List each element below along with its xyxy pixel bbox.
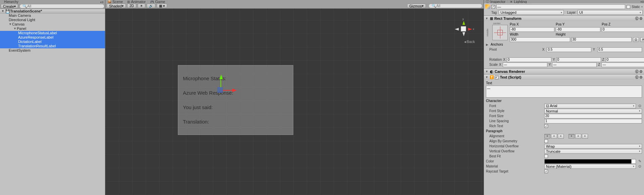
orientation-gizmo[interactable]: y x	[453, 19, 474, 39]
material-picker-icon[interactable]: ⊙	[637, 164, 642, 169]
gear-icon[interactable]: ⚙	[639, 69, 643, 74]
canvas-renderer-header[interactable]: ▼◐ Canvas Renderer 🛈⚙	[484, 69, 644, 74]
color-swatch[interactable]	[544, 159, 636, 164]
anchor-middle-label: middle	[486, 29, 489, 37]
static-checkbox[interactable]	[627, 5, 630, 9]
align-geometry-checkbox[interactable]	[544, 139, 548, 143]
posx-input[interactable]	[510, 27, 554, 32]
text-enabled-checkbox[interactable]	[495, 76, 499, 79]
posy-input[interactable]	[556, 27, 600, 32]
v-overflow-dropdown[interactable]: Truncate	[544, 149, 642, 154]
pivot-x-input[interactable]	[547, 47, 591, 52]
text-textarea[interactable]: —	[486, 86, 642, 98]
align-right-button[interactable]: ≡	[558, 134, 564, 139]
best-fit-checkbox[interactable]	[544, 154, 548, 158]
scene-panel: 📦Scene ⊞Animator 🎮Game Shaded ▾ 2D ☀ 🔊 ▦…	[105, 0, 484, 195]
scale-x-input[interactable]	[503, 62, 547, 67]
width-input[interactable]	[510, 37, 570, 42]
tree-panel[interactable]: ▼Panel	[0, 27, 105, 31]
raw-edit-button[interactable]: R	[640, 37, 644, 42]
inspector-panel: ⓘInspector ☀Lighting ▪≡ Static ▾ Tag Unt…	[484, 0, 644, 195]
align-bottom-button[interactable]: ≡	[582, 134, 588, 139]
scene-tab-bar: 📦Scene ⊞Animator 🎮Game	[105, 0, 484, 3]
font-size-input[interactable]	[544, 114, 642, 118]
tree-event-system[interactable]: EventSystem	[0, 48, 105, 53]
gizmo-y-icon[interactable]	[462, 21, 465, 25]
hierarchy-tab[interactable]: Hierarchy	[1, 0, 21, 4]
align-v-group: ≡ ≡ ≡	[568, 134, 588, 139]
tree-mic-label[interactable]: MicrophoneStatusLabel	[0, 31, 105, 35]
tree-directional-light[interactable]: Directional Light	[0, 18, 105, 22]
gear-icon[interactable]: ⚙	[639, 16, 643, 21]
fx-toggle[interactable]: ▦ ▾	[157, 4, 167, 8]
selection-handle-icon[interactable]	[217, 87, 223, 93]
help-icon[interactable]: 🛈	[635, 16, 639, 21]
h-overflow-dropdown[interactable]: Wrap	[544, 144, 642, 149]
layer-dropdown[interactable]: UI	[578, 10, 643, 15]
gizmo-neg-x-icon[interactable]	[455, 28, 459, 31]
blueprint-button[interactable]: ⊡	[633, 37, 639, 42]
gizmos-dropdown[interactable]: Gizmos ▾	[407, 4, 426, 8]
material-dropdown[interactable]: None (Material)	[544, 164, 636, 169]
shaded-dropdown[interactable]: Shaded ▾	[107, 4, 126, 8]
y-axis-arrow-icon[interactable]	[219, 75, 223, 79]
anchor-preset-button[interactable]	[492, 25, 508, 40]
inspector-header: Static ▾ Tag Untagged Layer UI	[484, 3, 644, 15]
font-dropdown[interactable]: ⊡ Arial	[544, 104, 636, 108]
tree-canvas[interactable]: ▼Canvas	[0, 22, 105, 27]
height-input[interactable]	[572, 37, 632, 42]
enabled-checkbox[interactable]	[491, 5, 495, 9]
rot-z-input[interactable]	[606, 57, 644, 62]
tag-dropdown[interactable]: Untagged	[499, 10, 564, 15]
posz-input[interactable]	[602, 27, 644, 32]
align-h-group: ≡ ≡ ≡	[544, 134, 564, 139]
scene-trans-label: Translation:	[183, 119, 288, 125]
scene-header[interactable]: ▼💾TranslationScene*	[0, 9, 105, 13]
x-axis-arrow-icon[interactable]	[232, 89, 237, 92]
scene-view[interactable]: y x Back Microphone Status: Azure Web Re…	[105, 9, 484, 195]
gizmo-cube-icon[interactable]	[461, 26, 466, 32]
eyedropper-icon[interactable]: ✎	[637, 159, 642, 164]
pivot-y-input[interactable]	[597, 47, 642, 52]
panel-menu-icon[interactable]: ▪≡	[100, 0, 104, 4]
gizmo-back-label[interactable]: Back	[464, 40, 475, 44]
align-top-button[interactable]: ≡	[568, 134, 575, 139]
line-spacing-input[interactable]	[544, 119, 642, 124]
gear-icon[interactable]: ⚙	[639, 75, 643, 80]
font-style-dropdown[interactable]: Normal	[544, 109, 642, 113]
tree-dictation-label[interactable]: DictationLabel	[0, 40, 105, 44]
help-icon[interactable]: 🛈	[635, 69, 639, 74]
2d-toggle[interactable]: 2D	[127, 4, 136, 8]
text-header[interactable]: ▼T Text (Script) 🛈⚙	[484, 75, 644, 80]
gameobject-name-input[interactable]	[496, 4, 625, 9]
rich-text-checkbox[interactable]	[544, 124, 548, 128]
gizmo-x-icon[interactable]	[468, 28, 472, 31]
rect-transform-header[interactable]: ▼⊞ Rect Transform 🛈⚙	[484, 16, 644, 21]
lighting-toggle[interactable]: ☀	[138, 4, 145, 8]
tree-azure-label[interactable]: AzureResponseLabel	[0, 35, 105, 40]
rot-x-input[interactable]	[507, 57, 551, 62]
scale-z-input[interactable]	[601, 62, 644, 67]
align-left-button[interactable]: ≡	[544, 134, 550, 139]
static-dropdown-icon[interactable]: ▾	[641, 5, 643, 8]
raycast-checkbox[interactable]	[544, 169, 548, 173]
align-center-button[interactable]: ≡	[551, 134, 557, 139]
rect-transform-icon: ⊞	[490, 16, 493, 21]
help-icon[interactable]: 🛈	[635, 75, 639, 80]
gizmo-neg-y-icon[interactable]	[462, 32, 465, 36]
scale-y-input[interactable]	[552, 62, 597, 67]
scene-canvas-panel: Microphone Status: Azure Web Response: Y…	[178, 65, 293, 135]
hierarchy-search[interactable]: 🔍All	[19, 4, 104, 8]
y-axis-line-icon[interactable]	[220, 79, 221, 87]
align-middle-button[interactable]: ≡	[575, 134, 581, 139]
gameobject-icon[interactable]	[485, 4, 490, 9]
rot-y-input[interactable]	[556, 57, 601, 62]
tree-translation-label[interactable]: TranslationResultLabel	[0, 44, 105, 48]
audio-toggle[interactable]: 🔊	[147, 4, 155, 8]
tree-main-camera[interactable]: Main Camera	[0, 13, 105, 18]
font-picker-icon[interactable]: ⊙	[637, 104, 642, 108]
x-axis-line-icon[interactable]	[223, 90, 232, 91]
scene-search[interactable]: 🔍All	[429, 4, 482, 8]
create-button[interactable]: Create ▾	[1, 4, 18, 8]
tag-label: Tag	[485, 11, 497, 14]
